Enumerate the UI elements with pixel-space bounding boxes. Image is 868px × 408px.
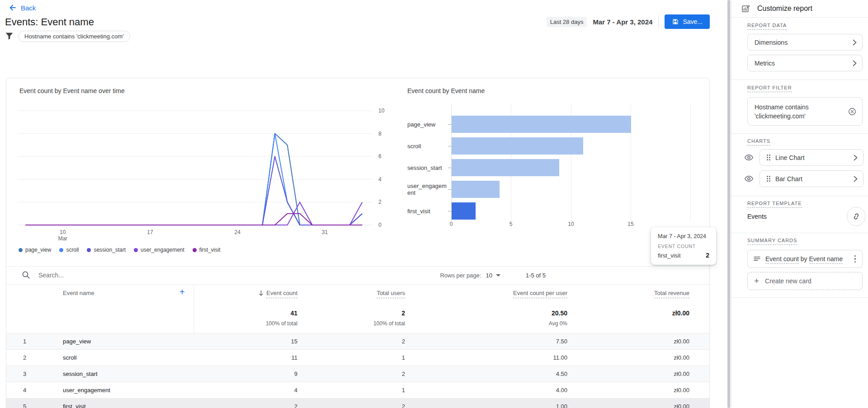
- row-revenue: zł0.00: [674, 338, 689, 345]
- save-button[interactable]: Save...: [665, 14, 710, 29]
- line-chart-y-tick: 0: [378, 222, 382, 228]
- bar-category-label: scroll: [407, 143, 447, 150]
- line-chart-x-tick: 31: [322, 229, 328, 235]
- row-event-name: page_view: [63, 338, 91, 345]
- back-arrow-icon: [8, 4, 16, 12]
- back-button[interactable]: Back: [8, 4, 36, 12]
- create-new-card-label: Create new card: [765, 277, 811, 285]
- row-event-name: user_engagement: [63, 387, 110, 394]
- total-event-count-sub: 100% of total: [266, 320, 297, 327]
- bar-category-label: user_engagement: [407, 183, 447, 196]
- line-chart-x-tick: 24: [235, 229, 241, 235]
- total-per-user: 20.50: [552, 310, 567, 317]
- visibility-eye-icon[interactable]: [744, 153, 754, 162]
- legend-item-page_view[interactable]: page_view: [19, 247, 51, 253]
- table-row-first_visit[interactable]: 5first_visit221.00zł0.00: [6, 398, 709, 408]
- sidebar-card-dimensions[interactable]: Dimensions: [747, 34, 863, 51]
- line-chart-y-tick: 2: [378, 199, 382, 205]
- row-index: 2: [23, 354, 26, 361]
- row-index: 5: [23, 403, 26, 408]
- col-header-event-count[interactable]: Event count: [258, 290, 297, 298]
- col-header-total-users[interactable]: Total users: [377, 290, 405, 298]
- row-revenue: zł0.00: [674, 403, 689, 408]
- divider: [731, 133, 868, 134]
- tooltip-row-label: first_visit: [658, 252, 681, 259]
- table-header-row: Event name + Event count Total users Eve…: [6, 284, 709, 302]
- legend-dot: [87, 248, 91, 252]
- add-column-button[interactable]: +: [179, 287, 185, 297]
- create-new-card-button[interactable]: + Create new card: [747, 272, 863, 290]
- sidebar-title: Customize report: [757, 5, 812, 13]
- bar-chart-gridline: [690, 103, 691, 221]
- date-preset-chip[interactable]: Last 28 days: [547, 17, 587, 27]
- section-label-charts: CHARTS: [747, 138, 770, 145]
- table-row-page_view[interactable]: 1page_view1527.50zł0.00: [6, 333, 709, 349]
- bar-session_start[interactable]: [452, 159, 559, 176]
- legend-item-first_visit[interactable]: first_visit: [193, 247, 221, 253]
- visibility-eye-icon[interactable]: [744, 174, 754, 183]
- bar-scroll[interactable]: [452, 137, 583, 155]
- save-label: Save...: [683, 18, 703, 25]
- col-header-event-name[interactable]: Event name: [63, 290, 94, 296]
- drag-handle-icon[interactable]: [767, 176, 770, 182]
- date-range[interactable]: Mar 7 - Apr 3, 2024: [593, 18, 652, 26]
- sidebar-card-bar-chart[interactable]: Bar Chart: [760, 170, 863, 187]
- sidebar-filter-card[interactable]: Hostname contains 'clickmeeting.com': [747, 97, 863, 126]
- bar-user_engagement[interactable]: [452, 181, 500, 198]
- rows-per-page-select[interactable]: 10: [486, 272, 500, 279]
- row-per-user: 4.00: [556, 387, 567, 394]
- summary-card[interactable]: Event count by Event name: [747, 250, 863, 268]
- legend-label: scroll: [66, 247, 79, 253]
- legend-dot: [59, 248, 63, 252]
- rows-per-page-label: Rows per page:: [440, 272, 481, 279]
- bar-first_visit[interactable]: [452, 202, 476, 220]
- bar-page_view[interactable]: [452, 116, 631, 133]
- card-label: Metrics: [755, 60, 853, 67]
- line-chart-y-tick: 4: [378, 176, 382, 183]
- sidebar-card-line-chart[interactable]: Line Chart: [760, 149, 863, 166]
- remove-filter-icon[interactable]: [848, 107, 857, 116]
- bar-chart: 051015page_viewscrollsession_startuser_e…: [407, 102, 715, 234]
- line-chart-x-tick: 17: [147, 229, 153, 235]
- report-template-value: Events: [747, 213, 767, 220]
- row-event-count: 15: [291, 338, 297, 345]
- bar-category-tick: [448, 211, 451, 211]
- chart-row-bar-chart: Bar Chart: [744, 170, 863, 187]
- main-scrollbar[interactable]: [727, 0, 730, 408]
- sidebar-card-metrics[interactable]: Metrics: [747, 55, 863, 71]
- summary-card-icon: [753, 255, 761, 263]
- save-icon: [672, 18, 679, 25]
- pagination-count: 1-5 of 5: [526, 272, 546, 279]
- row-total-users: 1: [402, 354, 405, 361]
- row-total-users: 2: [402, 370, 405, 377]
- summary-card-menu-icon[interactable]: [852, 253, 859, 266]
- table-row-session_start[interactable]: 3session_start924.50zł0.00: [6, 366, 709, 382]
- legend-dot: [134, 248, 138, 252]
- row-total-users: 2: [402, 338, 405, 345]
- unlink-template-button[interactable]: [847, 207, 866, 226]
- row-index: 3: [23, 370, 26, 377]
- header-divider: [658, 15, 659, 28]
- bar-category-tick: [448, 189, 451, 190]
- customize-report-sidebar: Customize report REPORT DATA DimensionsM…: [731, 0, 868, 408]
- divider: [731, 297, 868, 298]
- legend-item-session_start[interactable]: session_start: [87, 247, 126, 253]
- table-row-user_engagement[interactable]: 4user_engagement414.00zł0.00: [6, 382, 709, 398]
- report-filter-chip[interactable]: Hostname contains 'clickmeeting.com': [18, 31, 130, 42]
- total-per-user-sub: Avg 0%: [549, 320, 567, 327]
- card-label: Dimensions: [755, 39, 853, 46]
- divider: [731, 80, 868, 80]
- divider: [731, 17, 868, 18]
- legend-item-user_engagement[interactable]: user_engagement: [134, 247, 184, 253]
- col-header-per-user[interactable]: Event count per user: [513, 290, 567, 298]
- search-input[interactable]: [38, 272, 174, 279]
- legend-item-scroll[interactable]: scroll: [59, 247, 79, 253]
- page-title: Events: Event name: [5, 16, 94, 28]
- chart-row-line-chart: Line Chart: [744, 149, 863, 166]
- table-row-scroll[interactable]: 2scroll11111.00zł0.00: [6, 349, 709, 366]
- section-label-report-template: REPORT TEMPLATE: [747, 201, 802, 208]
- row-per-user: 11.00: [553, 354, 567, 361]
- drag-handle-icon[interactable]: [767, 155, 770, 160]
- row-index: 1: [23, 338, 26, 345]
- col-header-revenue[interactable]: Total revenue: [654, 290, 689, 298]
